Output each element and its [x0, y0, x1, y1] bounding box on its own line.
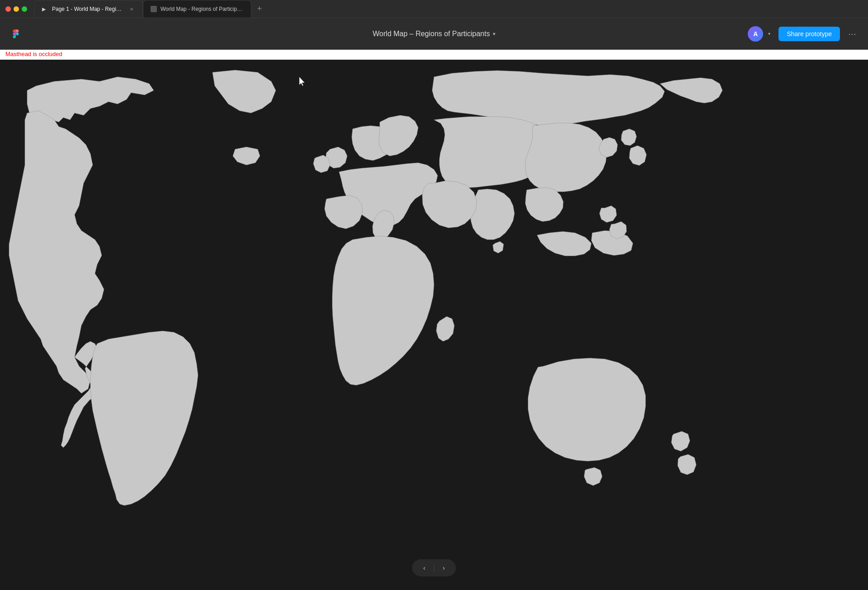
header-right: A ▾ Share prototype ⋯	[748, 26, 859, 42]
world-map[interactable]: .land { fill: #c8c8c8; stroke: #888; str…	[0, 50, 868, 590]
mouse-cursor	[299, 77, 305, 86]
minimize-window-button[interactable]	[14, 6, 19, 12]
tab-favicon-1: ▶	[42, 6, 48, 12]
australia	[528, 358, 696, 486]
tab-title-1: Page 1 - World Map - Regions of P	[52, 6, 124, 12]
header-left	[9, 27, 23, 41]
share-prototype-button[interactable]: Share prototype	[778, 27, 840, 41]
app-header: World Map – Regions of Participants ▾ A …	[0, 18, 868, 50]
south-america	[90, 331, 198, 505]
title-dropdown-arrow[interactable]: ▾	[493, 31, 495, 37]
header-center: World Map – Regions of Participants ▾	[373, 30, 495, 38]
map-container: Masthead is occluded .land { fill: #c8c8…	[0, 50, 868, 590]
avatar-dropdown-button[interactable]: ▾	[765, 30, 773, 38]
tab-favicon-2	[151, 6, 157, 12]
arabian-peninsula	[422, 181, 477, 228]
close-window-button[interactable]	[5, 6, 11, 12]
tab-close-1[interactable]: ✕	[128, 5, 135, 13]
tab-title-2: World Map - Regions of Participants	[160, 6, 244, 12]
prev-arrow-icon: ‹	[423, 564, 425, 571]
slide-navigation: ‹ ›	[412, 559, 456, 576]
next-slide-button[interactable]: ›	[438, 562, 450, 574]
asia	[432, 71, 722, 256]
prev-slide-button[interactable]: ‹	[419, 562, 430, 574]
page-title: World Map – Regions of Participants	[373, 30, 490, 38]
next-arrow-icon: ›	[443, 564, 445, 571]
maximize-window-button[interactable]	[22, 6, 27, 12]
tab-bar: ▶ Page 1 - World Map - Regions of P ✕ Wo…	[34, 0, 863, 18]
figma-logo[interactable]	[9, 27, 23, 41]
browser-window-controls	[5, 6, 27, 12]
nav-divider	[434, 564, 434, 571]
masthead-warning-text: Masthead is occluded	[0, 50, 68, 58]
avatar[interactable]: A	[748, 26, 763, 42]
browser-chrome: ▶ Page 1 - World Map - Regions of P ✕ Wo…	[0, 0, 868, 18]
masthead-warning-bar: Masthead is occluded	[0, 50, 868, 60]
tab-active[interactable]: ▶ Page 1 - World Map - Regions of P ✕	[34, 0, 143, 18]
tab-2[interactable]: World Map - Regions of Participants	[143, 0, 251, 18]
europe	[313, 115, 438, 241]
africa	[332, 236, 454, 385]
add-tab-button[interactable]: +	[253, 3, 266, 15]
options-button[interactable]: ⋯	[845, 27, 859, 41]
